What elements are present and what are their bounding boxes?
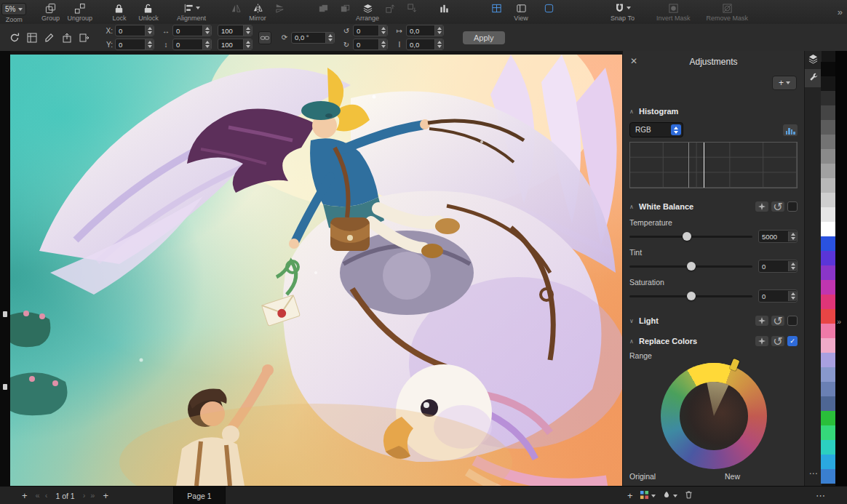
temperature-slider[interactable] bbox=[629, 236, 752, 238]
toolbar-overflow-button[interactable]: » bbox=[838, 7, 842, 17]
layers-tab[interactable] bbox=[805, 51, 822, 69]
pen-tool-button[interactable] bbox=[41, 31, 58, 45]
temperature-input[interactable]: 5000 bbox=[758, 230, 798, 243]
stepper-icon[interactable] bbox=[788, 261, 797, 271]
color-swatch[interactable] bbox=[821, 411, 835, 425]
unlock-button[interactable]: Unlock bbox=[138, 0, 159, 22]
stepper-icon[interactable] bbox=[788, 231, 797, 241]
tint-slider[interactable] bbox=[629, 265, 752, 268]
stepper-icon[interactable] bbox=[434, 39, 443, 49]
auto-adjust-button[interactable] bbox=[755, 316, 768, 326]
stepper-icon[interactable] bbox=[434, 25, 443, 36]
slider-thumb[interactable] bbox=[687, 292, 696, 300]
histogram-display-button[interactable] bbox=[783, 124, 798, 136]
last-page-button[interactable]: » bbox=[90, 492, 95, 500]
boolean-union-button[interactable] bbox=[312, 0, 334, 14]
reset-button[interactable]: ↺ bbox=[771, 316, 784, 326]
color-swatch[interactable] bbox=[821, 382, 835, 396]
lock-button[interactable]: Lock bbox=[108, 0, 130, 22]
add-adjustment-button[interactable]: + bbox=[772, 76, 797, 90]
white-balance-checkbox[interactable] bbox=[787, 201, 798, 212]
swatch-style-dropdown[interactable] bbox=[662, 489, 677, 503]
apply-button[interactable]: Apply bbox=[463, 31, 505, 44]
color-swatch[interactable] bbox=[821, 265, 835, 280]
snap-to-button[interactable]: Snap To bbox=[611, 0, 635, 22]
panel-more-button[interactable]: ⋯ bbox=[805, 468, 822, 479]
reset-button[interactable]: ↺ bbox=[771, 201, 784, 212]
stepper-icon[interactable] bbox=[788, 291, 797, 301]
constrain-proportions-button[interactable] bbox=[258, 31, 271, 44]
prev-page-button[interactable]: ‹ bbox=[45, 492, 48, 500]
color-swatch[interactable] bbox=[821, 76, 835, 91]
rotation-input[interactable]: 0,0 ° bbox=[291, 32, 335, 44]
replace-colors-checkbox[interactable]: ✓ bbox=[787, 336, 798, 346]
palette-picker-dropdown[interactable] bbox=[640, 489, 656, 503]
color-swatch[interactable] bbox=[821, 91, 835, 105]
disclosure-chevron-icon[interactable]: ∧ bbox=[629, 204, 639, 210]
flip-horizontal-button[interactable] bbox=[225, 0, 247, 14]
page-tab[interactable]: Page 1 bbox=[173, 487, 226, 504]
insert-page-button[interactable]: + bbox=[103, 491, 108, 500]
ungroup-button[interactable]: Ungroup bbox=[67, 0, 92, 22]
artboard-button[interactable] bbox=[538, 0, 560, 14]
color-swatch[interactable] bbox=[821, 120, 835, 135]
color-swatch[interactable] bbox=[821, 280, 835, 295]
send-backward-button[interactable] bbox=[401, 0, 423, 14]
color-swatch[interactable] bbox=[821, 251, 835, 265]
stepper-icon[interactable] bbox=[202, 39, 211, 49]
color-swatch[interactable] bbox=[821, 396, 835, 411]
stepper-icon[interactable] bbox=[243, 25, 252, 36]
disclosure-chevron-icon[interactable]: ∧ bbox=[629, 108, 639, 115]
color-swatch[interactable] bbox=[821, 309, 835, 324]
y-input[interactable]: 0 bbox=[115, 39, 154, 50]
invert-mask-button[interactable]: Invert Mask bbox=[656, 0, 691, 22]
grid-settings-button[interactable] bbox=[23, 31, 41, 45]
group-button[interactable]: Group bbox=[39, 0, 61, 22]
pages-more-button[interactable]: ⋯ bbox=[816, 487, 825, 504]
saturation-input[interactable]: 0 bbox=[758, 289, 798, 303]
boolean-subtract-button[interactable] bbox=[334, 0, 356, 14]
show-grid-button[interactable] bbox=[485, 0, 507, 14]
alignment-button[interactable]: Alignment bbox=[177, 0, 206, 22]
color-swatch[interactable] bbox=[821, 236, 835, 251]
channel-dropdown[interactable]: RGB bbox=[629, 122, 683, 137]
stepper-icon[interactable] bbox=[145, 25, 154, 36]
section-light[interactable]: ∨ Light ↺ bbox=[623, 314, 804, 327]
color-swatch[interactable] bbox=[821, 338, 835, 353]
slider-thumb[interactable] bbox=[683, 232, 691, 241]
skew-h-input[interactable]: 0,0 bbox=[406, 25, 444, 36]
scale-h-input[interactable]: 100 bbox=[218, 39, 252, 50]
slider-thumb[interactable] bbox=[687, 262, 696, 271]
delete-swatch-button[interactable] bbox=[684, 489, 693, 503]
scale-w-input[interactable]: 100 bbox=[218, 25, 252, 36]
color-swatch[interactable] bbox=[821, 178, 835, 193]
color-swatch[interactable] bbox=[821, 469, 835, 484]
stepper-icon[interactable] bbox=[378, 25, 387, 36]
zoom-dropdown[interactable]: 5% bbox=[1, 3, 26, 15]
color-swatch[interactable] bbox=[821, 105, 835, 120]
spin-cw-input[interactable]: 0 bbox=[353, 39, 388, 50]
x-input[interactable]: 0 bbox=[115, 25, 154, 36]
skew-v-input[interactable]: 0,0 bbox=[406, 39, 444, 50]
color-swatch[interactable] bbox=[821, 135, 835, 149]
export-button[interactable] bbox=[76, 31, 93, 45]
share-button[interactable] bbox=[58, 31, 76, 45]
color-swatch[interactable] bbox=[821, 62, 835, 76]
first-page-button[interactable]: « bbox=[36, 492, 40, 500]
stepper-icon[interactable] bbox=[243, 39, 252, 49]
section-white-balance[interactable]: ∧ White Balance ↺ bbox=[623, 200, 804, 213]
appearance-tab[interactable] bbox=[805, 69, 822, 87]
color-swatch[interactable] bbox=[821, 193, 835, 207]
add-page-button[interactable]: + bbox=[22, 491, 28, 500]
auto-adjust-button[interactable] bbox=[755, 201, 768, 212]
next-page-button[interactable]: › bbox=[83, 492, 86, 500]
color-swatch[interactable] bbox=[821, 222, 835, 236]
stepper-icon[interactable] bbox=[202, 25, 211, 36]
stepper-icon[interactable] bbox=[378, 39, 387, 49]
height-input[interactable]: 0 bbox=[172, 39, 212, 50]
color-swatch[interactable] bbox=[821, 367, 835, 382]
bring-forward-button[interactable] bbox=[379, 0, 401, 14]
saturation-slider[interactable] bbox=[629, 295, 752, 297]
canvas[interactable] bbox=[10, 55, 622, 486]
color-swatch[interactable] bbox=[821, 353, 835, 367]
